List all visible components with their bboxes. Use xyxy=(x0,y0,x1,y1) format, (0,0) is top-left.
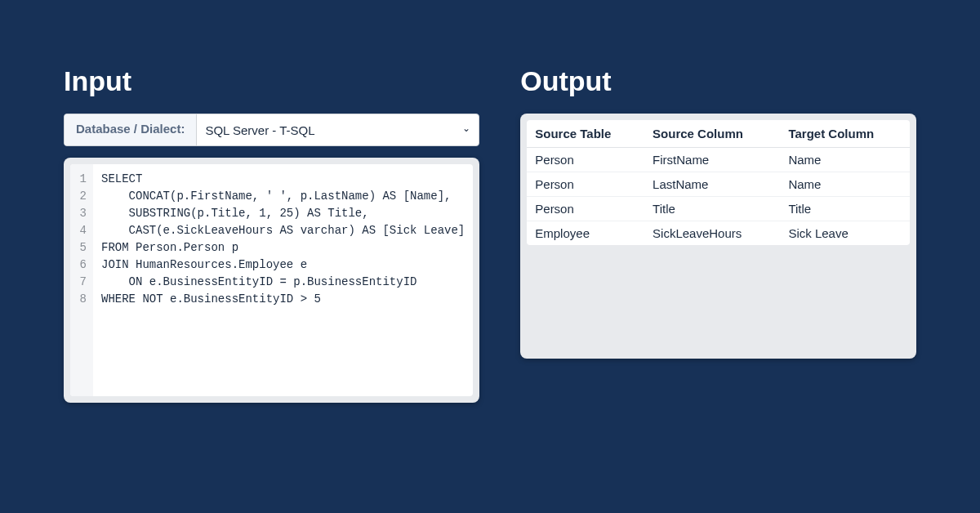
dialect-bar: Database / Dialect: SQL Server - T-SQL ⌄ xyxy=(64,114,479,146)
cell-source-column: FirstName xyxy=(644,148,780,172)
dialect-select[interactable]: SQL Server - T-SQL xyxy=(197,114,462,145)
line-number: 1 xyxy=(75,171,87,188)
line-number: 7 xyxy=(75,274,87,291)
cell-source-table: Person xyxy=(527,197,644,221)
line-number: 8 xyxy=(75,291,87,308)
output-heading: Output xyxy=(520,65,916,97)
cell-target-column: Sick Leave xyxy=(780,221,910,246)
line-number: 3 xyxy=(75,205,87,222)
cell-target-column: Name xyxy=(780,148,910,172)
code-line[interactable]: SELECT xyxy=(101,171,465,188)
line-number: 5 xyxy=(75,239,87,256)
cell-target-column: Name xyxy=(780,172,910,197)
code-area[interactable]: SELECT CONCAT(p.FirstName, ' ', p.LastNa… xyxy=(93,164,473,396)
output-table-wrap: Source Table Source Column Target Column… xyxy=(527,120,910,245)
line-number: 4 xyxy=(75,222,87,239)
col-header-source-table: Source Table xyxy=(527,120,644,148)
sql-editor[interactable]: 12345678 SELECT CONCAT(p.FirstName, ' ',… xyxy=(70,164,473,396)
table-row: EmployeeSickLeaveHoursSick Leave xyxy=(527,221,910,246)
input-heading: Input xyxy=(64,65,479,97)
code-line[interactable]: ON e.BusinessEntityID = p.BusinessEntity… xyxy=(101,274,465,291)
line-number: 2 xyxy=(75,188,87,205)
cell-source-column: Title xyxy=(644,197,780,221)
output-panel: Source Table Source Column Target Column… xyxy=(520,114,916,359)
cell-source-table: Person xyxy=(527,148,644,172)
table-row: PersonTitleTitle xyxy=(527,197,910,221)
code-line[interactable]: WHERE NOT e.BusinessEntityID > 5 xyxy=(101,291,465,308)
col-header-target-column: Target Column xyxy=(780,120,910,148)
input-panel: 12345678 SELECT CONCAT(p.FirstName, ' ',… xyxy=(64,158,479,403)
output-table: Source Table Source Column Target Column… xyxy=(527,120,910,245)
chevron-down-icon: ⌄ xyxy=(462,114,479,145)
table-header-row: Source Table Source Column Target Column xyxy=(527,120,910,148)
table-row: PersonLastNameName xyxy=(527,172,910,197)
cell-source-table: Employee xyxy=(527,221,644,246)
dialect-label: Database / Dialect: xyxy=(65,114,197,145)
cell-source-table: Person xyxy=(527,172,644,197)
line-gutter: 12345678 xyxy=(70,164,93,396)
code-line[interactable]: SUBSTRING(p.Title, 1, 25) AS Title, xyxy=(101,205,465,222)
code-line[interactable]: CONCAT(p.FirstName, ' ', p.LastName) AS … xyxy=(101,188,465,205)
output-column: Output Source Table Source Column Target… xyxy=(520,65,916,513)
code-line[interactable]: FROM Person.Person p xyxy=(101,239,465,256)
cell-source-column: SickLeaveHours xyxy=(644,221,780,246)
table-row: PersonFirstNameName xyxy=(527,148,910,172)
code-line[interactable]: JOIN HumanResources.Employee e xyxy=(101,256,465,274)
col-header-source-column: Source Column xyxy=(644,120,780,148)
code-line[interactable]: CAST(e.SickLeaveHours AS varchar) AS [Si… xyxy=(101,222,465,239)
input-column: Input Database / Dialect: SQL Server - T… xyxy=(64,65,479,513)
line-number: 6 xyxy=(75,256,87,274)
cell-target-column: Title xyxy=(780,197,910,221)
cell-source-column: LastName xyxy=(644,172,780,197)
